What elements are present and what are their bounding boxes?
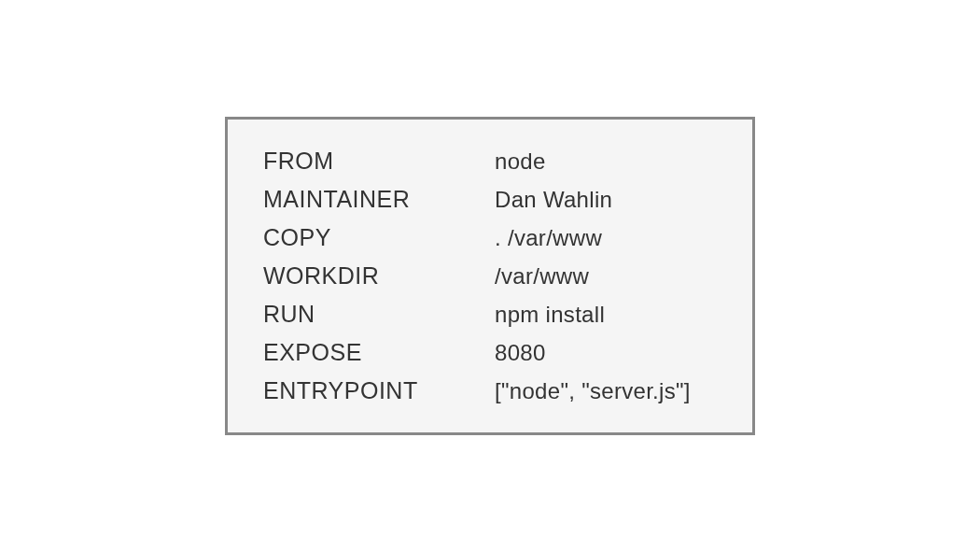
dockerfile-value: Dan Wahlin	[495, 187, 612, 213]
dockerfile-value: /var/www	[495, 263, 589, 290]
dockerfile-value: ["node", "server.js"]	[495, 378, 691, 404]
dockerfile-line: MAINTAINER Dan Wahlin	[263, 186, 724, 213]
dockerfile-line: WORKDIR /var/www	[263, 262, 724, 290]
dockerfile-value: 8080	[495, 340, 546, 366]
dockerfile-value: npm install	[495, 302, 605, 328]
dockerfile-line: ENTRYPOINT ["node", "server.js"]	[263, 377, 724, 404]
dockerfile-keyword: WORKDIR	[263, 262, 495, 290]
dockerfile-keyword: ENTRYPOINT	[263, 377, 495, 404]
dockerfile-line: FROM node	[263, 148, 724, 175]
dockerfile-keyword: EXPOSE	[263, 339, 495, 366]
dockerfile-box: FROM node MAINTAINER Dan Wahlin COPY . /…	[225, 117, 755, 435]
dockerfile-value: node	[495, 148, 546, 175]
dockerfile-line: EXPOSE 8080	[263, 339, 724, 366]
dockerfile-line: RUN npm install	[263, 301, 724, 328]
dockerfile-line: COPY . /var/www	[263, 224, 724, 251]
dockerfile-keyword: FROM	[263, 148, 495, 175]
dockerfile-value: . /var/www	[495, 225, 602, 251]
dockerfile-keyword: COPY	[263, 224, 495, 251]
dockerfile-keyword: MAINTAINER	[263, 186, 495, 213]
dockerfile-keyword: RUN	[263, 301, 495, 328]
